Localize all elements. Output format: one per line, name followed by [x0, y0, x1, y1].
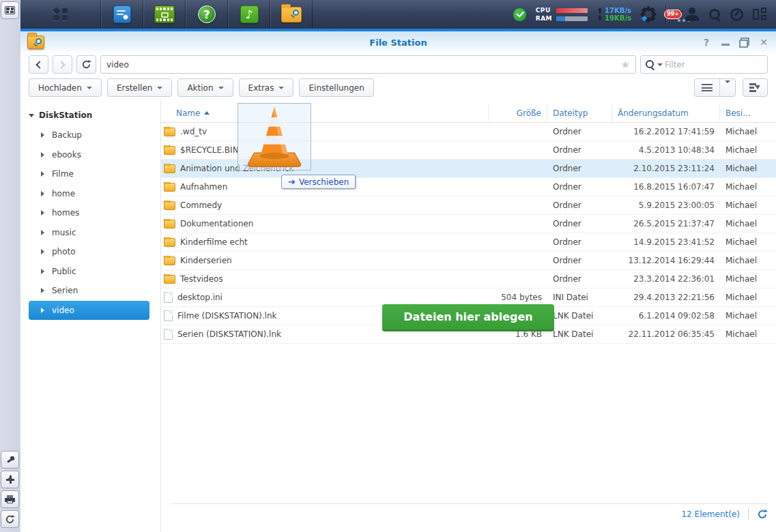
- pin-button[interactable]: [1, 451, 19, 469]
- help-button[interactable]: ?: [186, 0, 228, 29]
- side-tool-strip: [0, 0, 20, 532]
- cpu-bar: [556, 8, 588, 13]
- chevron-right-icon: [41, 288, 47, 293]
- file-name: Kinderserien: [180, 256, 232, 265]
- sidebar-item-music[interactable]: music: [29, 223, 149, 243]
- restore-button[interactable]: [739, 38, 749, 48]
- resource-meter[interactable]: CPU RAM: [536, 7, 588, 22]
- status-bar: 12 Element(e): [171, 503, 768, 524]
- item-count: 12 Element(e): [681, 509, 740, 519]
- chevron-down-icon: [87, 87, 92, 92]
- move-button[interactable]: [1, 471, 19, 488]
- column-header-3[interactable]: Änderungsdatum: [612, 104, 720, 122]
- chevron-down-icon: [278, 87, 284, 92]
- refresh-list-icon[interactable]: [757, 509, 768, 520]
- sidebar-item-serien[interactable]: Serien: [29, 281, 149, 301]
- move-icon: [5, 475, 15, 484]
- widgets-icon[interactable]: [753, 8, 766, 21]
- chevron-down-icon: [725, 80, 730, 95]
- desktop-tiles-button[interactable]: [1, 1, 19, 19]
- column-header-1[interactable]: Größe: [489, 104, 547, 122]
- sync-icon: [5, 514, 15, 524]
- minimize-button[interactable]: [721, 37, 730, 48]
- video-station-button[interactable]: [143, 0, 186, 29]
- folder-icon: [164, 128, 175, 136]
- back-button[interactable]: [29, 55, 48, 74]
- toolbar-button-extras[interactable]: Extras: [239, 78, 294, 97]
- table-row[interactable]: DokumentationenOrdner26.5.2015 21:37:47M…: [161, 215, 776, 233]
- forward-button[interactable]: [53, 55, 72, 74]
- control-panel-button[interactable]: [101, 0, 143, 29]
- sidebar-item-ebooks[interactable]: ebooks: [29, 145, 149, 165]
- download-arrow-icon: ⬇: [597, 15, 603, 22]
- sidebar-item-video[interactable]: video: [29, 301, 149, 321]
- chevron-right-icon: [41, 191, 47, 196]
- column-header-2[interactable]: Dateityp: [547, 104, 612, 122]
- ram-bar: [556, 16, 588, 21]
- chevron-right-icon: [41, 171, 47, 177]
- column-header-4[interactable]: Besi...: [720, 104, 776, 122]
- folder-icon: [164, 238, 175, 247]
- notification-badge: 99+: [664, 10, 682, 19]
- sync-button[interactable]: [1, 510, 19, 528]
- chevron-right-icon: [41, 152, 47, 158]
- drag-ghost: [238, 103, 311, 171]
- chevron-right-icon: [41, 132, 47, 138]
- view-mode-button[interactable]: [694, 78, 736, 97]
- filter-dropdown-icon[interactable]: [657, 63, 663, 69]
- close-button[interactable]: ✕: [758, 37, 769, 48]
- path-field: ★: [100, 55, 636, 74]
- table-row[interactable]: AufnahmenOrdner16.8.2015 16:07:47Michael: [161, 178, 776, 196]
- table-row[interactable]: TestvideosOrdner23.3.2014 22:36:01Michae…: [161, 270, 776, 289]
- refresh-icon: [81, 59, 91, 70]
- sidebar-item-diskstation[interactable]: DiskStation: [29, 105, 160, 125]
- sidebar-item-homes[interactable]: homes: [29, 203, 149, 223]
- folder-icon: [164, 275, 175, 284]
- file-name: Kinderfilme echt: [180, 237, 248, 247]
- toolbar-button-hochladen[interactable]: Hochladen: [29, 78, 102, 97]
- sidebar-item-filme[interactable]: Filme: [29, 164, 149, 184]
- view-mode-dropdown[interactable]: [720, 83, 735, 93]
- table-row[interactable]: Kinderfilme echtOrdner14.9.2015 23:41:52…: [161, 233, 776, 252]
- sidebar-item-photo[interactable]: photo: [29, 242, 149, 262]
- path-input[interactable]: [106, 60, 621, 70]
- folder-icon: [164, 220, 175, 228]
- filter-input[interactable]: [665, 60, 762, 70]
- favorite-star-icon[interactable]: ★: [621, 59, 630, 71]
- music-note-icon: ♪: [240, 5, 259, 23]
- toolbar-button-aktion[interactable]: Aktion: [177, 78, 233, 97]
- file-station-button[interactable]: [270, 0, 313, 29]
- folder-icon: [164, 164, 175, 173]
- sidebar-item-backup[interactable]: Backup: [29, 125, 149, 145]
- background-task-spinner-icon[interactable]: [641, 7, 656, 22]
- sort-button[interactable]: [743, 78, 768, 97]
- media-player-button[interactable]: ♪: [228, 0, 270, 29]
- drop-zone-label: Dateien hier ablegen: [403, 310, 532, 323]
- file-name: Dokumentationen: [180, 219, 253, 228]
- cpu-label: CPU: [536, 7, 554, 14]
- table-row[interactable]: KinderserienOrdner13.12.2014 16:29:44Mic…: [161, 252, 776, 270]
- folder-icon: [164, 183, 175, 192]
- column-header-0[interactable]: Name: [161, 104, 489, 122]
- refresh-button[interactable]: [76, 55, 96, 74]
- window-titlebar[interactable]: File Station ? ✕: [20, 31, 776, 53]
- search-icon[interactable]: [708, 8, 721, 20]
- window-help-button[interactable]: ?: [701, 37, 712, 48]
- chevron-left-icon: [35, 61, 43, 68]
- print-button[interactable]: [1, 490, 19, 508]
- toolbar-button-einstellungen[interactable]: Einstellungen: [299, 78, 373, 97]
- user-menu-icon[interactable]: [685, 8, 699, 21]
- system-health-icon[interactable]: [513, 8, 526, 21]
- toolbar-button-erstellen[interactable]: Erstellen: [107, 78, 173, 97]
- move-arrow-icon: ➔: [288, 177, 296, 187]
- chevron-down-icon: [218, 87, 224, 92]
- filter-search-icon[interactable]: [646, 60, 655, 70]
- file-name: .wd_tv: [180, 127, 207, 136]
- pilot-view-icon[interactable]: [730, 8, 743, 21]
- drop-zone[interactable]: Dateien hier ablegen: [382, 304, 554, 331]
- window-title: File Station: [20, 38, 776, 48]
- sidebar-item-home[interactable]: home: [29, 184, 149, 204]
- main-menu-button[interactable]: [20, 0, 101, 29]
- table-row[interactable]: CommedyOrdner5.9.2015 23:00:05Michael: [161, 196, 776, 215]
- sidebar-item-public[interactable]: Public: [29, 262, 149, 282]
